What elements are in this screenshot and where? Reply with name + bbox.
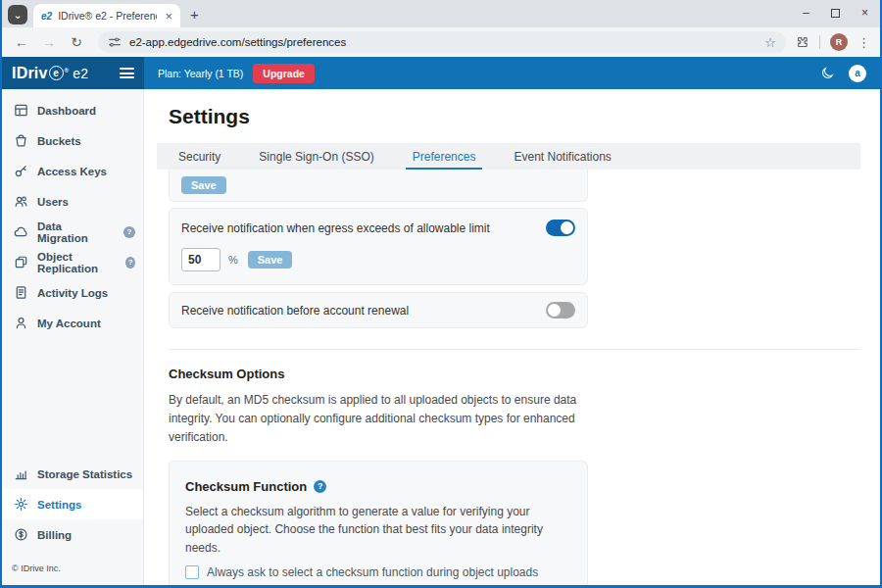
logo-e-mark: e bbox=[49, 66, 64, 80]
sidebar-item-label: Activity Logs bbox=[37, 287, 108, 299]
sidebar: Dashboard Buckets Access Keys Users Data… bbox=[2, 89, 144, 585]
renewal-notification-card: Receive notification before account rene… bbox=[169, 292, 588, 328]
main-content: Settings Security Single Sign-On (SSO) P… bbox=[144, 89, 880, 585]
sidebar-item-buckets[interactable]: Buckets bbox=[2, 125, 143, 156]
dark-mode-icon[interactable] bbox=[820, 66, 835, 80]
account-avatar[interactable]: a bbox=[849, 65, 866, 82]
save-button[interactable]: Save bbox=[181, 176, 226, 194]
egress-notification-label: Receive notification when egress exceeds… bbox=[181, 221, 490, 235]
bucket-icon bbox=[14, 133, 28, 148]
checksum-options-heading: Checksum Options bbox=[169, 367, 860, 381]
sidebar-item-label: Data Migration bbox=[37, 220, 115, 244]
renewal-notification-label: Receive notification before account rene… bbox=[181, 304, 409, 318]
bookmark-star-icon[interactable]: ☆ bbox=[764, 35, 776, 50]
browser-tabstrip: ⌄ e2 IDrive® e2 - Preferences × + – × bbox=[2, 0, 880, 27]
replication-icon bbox=[14, 255, 28, 270]
sidebar-item-dashboard[interactable]: Dashboard bbox=[2, 95, 143, 125]
tab-close-icon[interactable]: × bbox=[163, 10, 174, 23]
copyright-label: © IDrive Inc. bbox=[2, 550, 143, 585]
sidebar-item-activity-logs[interactable]: Activity Logs bbox=[2, 277, 143, 308]
sidebar-item-my-account[interactable]: My Account bbox=[2, 308, 143, 338]
help-icon[interactable]: ? bbox=[125, 257, 135, 269]
window-controls: – × bbox=[803, 0, 876, 25]
minimize-button[interactable]: – bbox=[803, 7, 809, 19]
gear-icon bbox=[14, 497, 28, 512]
percent-label: % bbox=[228, 254, 238, 266]
reload-icon[interactable]: ↻ bbox=[65, 34, 88, 50]
logs-icon bbox=[14, 285, 28, 300]
sidebar-item-label: Storage Statistics bbox=[37, 468, 132, 480]
page-title: Settings bbox=[169, 105, 860, 128]
hamburger-menu-icon[interactable] bbox=[120, 68, 134, 78]
tab-title: IDrive® e2 - Preferences bbox=[58, 10, 157, 22]
brand-area: IDrive®e2 bbox=[2, 57, 144, 89]
checksum-options-description: By default, an MD5 checksum is applied t… bbox=[169, 391, 592, 448]
person-icon bbox=[14, 316, 28, 330]
sidebar-item-access-keys[interactable]: Access Keys bbox=[2, 156, 143, 186]
sidebar-item-billing[interactable]: Billing bbox=[2, 519, 143, 550]
sidebar-item-data-migration[interactable]: Data Migration ? bbox=[2, 217, 143, 247]
checksum-function-heading: Checksum Function bbox=[185, 479, 307, 494]
plan-label: Plan: Yearly (1 TB) bbox=[158, 68, 243, 79]
browser-window: ⌄ e2 IDrive® e2 - Preferences × + – × ← … bbox=[0, 0, 882, 588]
cloud-icon bbox=[14, 224, 28, 239]
app-header: IDrive®e2 Plan: Yearly (1 TB) Upgrade a bbox=[2, 57, 880, 89]
tab-single-sign-on[interactable]: Single Sign-On (SSO) bbox=[252, 143, 380, 170]
sidebar-item-storage-statistics[interactable]: Storage Statistics bbox=[2, 459, 143, 489]
egress-notification-toggle[interactable] bbox=[546, 220, 575, 236]
tab-favicon: e2 bbox=[41, 11, 52, 22]
users-icon bbox=[14, 194, 28, 209]
tab-event-notifications[interactable]: Event Notifications bbox=[507, 143, 617, 170]
always-ask-checkbox[interactable] bbox=[185, 565, 199, 579]
help-icon[interactable]: ? bbox=[314, 480, 326, 493]
url-text[interactable]: e2-app.edgedrive.com/settings/preference… bbox=[129, 36, 757, 48]
sidebar-item-label: Dashboard bbox=[37, 105, 96, 117]
browser-profile-avatar[interactable]: R bbox=[830, 33, 848, 51]
checksum-function-card: Checksum Function ? Select a checksum al… bbox=[169, 461, 588, 585]
sidebar-item-label: Access Keys bbox=[37, 166, 107, 177]
dollar-icon bbox=[14, 527, 28, 542]
chart-icon bbox=[14, 466, 28, 481]
logo-registered-mark: ® bbox=[65, 68, 70, 74]
back-icon[interactable]: ← bbox=[10, 34, 33, 50]
section-divider bbox=[169, 349, 860, 350]
address-bar[interactable]: e2-app.edgedrive.com/settings/preference… bbox=[98, 31, 786, 53]
egress-save-button[interactable]: Save bbox=[248, 251, 293, 269]
browser-tab[interactable]: e2 IDrive® e2 - Preferences × bbox=[33, 4, 180, 27]
sidebar-item-settings[interactable]: Settings bbox=[2, 489, 143, 519]
always-ask-label: Always ask to select a checksum function… bbox=[207, 565, 538, 579]
partial-settings-card: Save bbox=[169, 170, 588, 202]
logo-product: e2 bbox=[73, 66, 88, 81]
sidebar-item-label: Users bbox=[37, 196, 69, 208]
dashboard-icon bbox=[14, 103, 28, 118]
upgrade-button[interactable]: Upgrade bbox=[253, 64, 315, 83]
sidebar-item-label: Billing bbox=[37, 529, 72, 541]
renewal-notification-toggle[interactable] bbox=[546, 302, 575, 318]
tab-search-icon[interactable]: ⌄ bbox=[8, 5, 27, 24]
maximize-button[interactable] bbox=[831, 9, 840, 18]
help-icon[interactable]: ? bbox=[123, 226, 135, 238]
toolbar-separator bbox=[819, 35, 820, 49]
sidebar-item-label: My Account bbox=[37, 318, 101, 329]
tab-preferences[interactable]: Preferences bbox=[406, 143, 483, 170]
egress-limit-input[interactable] bbox=[181, 248, 220, 271]
sidebar-item-label: Settings bbox=[37, 499, 81, 511]
extensions-icon[interactable] bbox=[796, 35, 809, 49]
egress-notification-card: Receive notification when egress exceeds… bbox=[169, 208, 588, 285]
idrive-e2-logo[interactable]: IDrive®e2 bbox=[12, 65, 88, 82]
tab-security[interactable]: Security bbox=[172, 143, 227, 170]
sidebar-item-label: Object Replication bbox=[37, 251, 117, 274]
close-button[interactable]: × bbox=[861, 7, 868, 19]
browser-menu-icon[interactable]: ⋮ bbox=[858, 35, 870, 50]
sidebar-item-object-replication[interactable]: Object Replication ? bbox=[2, 247, 143, 277]
logo-text: IDriv bbox=[12, 65, 48, 82]
key-icon bbox=[14, 164, 28, 178]
new-tab-button[interactable]: + bbox=[190, 6, 199, 23]
forward-icon[interactable]: → bbox=[37, 34, 61, 50]
toolbar-right: R ⋮ bbox=[796, 33, 872, 51]
settings-tabbar: Security Single Sign-On (SSO) Preference… bbox=[157, 143, 860, 170]
sidebar-item-label: Buckets bbox=[37, 135, 81, 147]
app-header-main: Plan: Yearly (1 TB) Upgrade a bbox=[144, 57, 880, 89]
sidebar-item-users[interactable]: Users bbox=[2, 186, 143, 217]
site-settings-icon[interactable] bbox=[108, 35, 122, 49]
